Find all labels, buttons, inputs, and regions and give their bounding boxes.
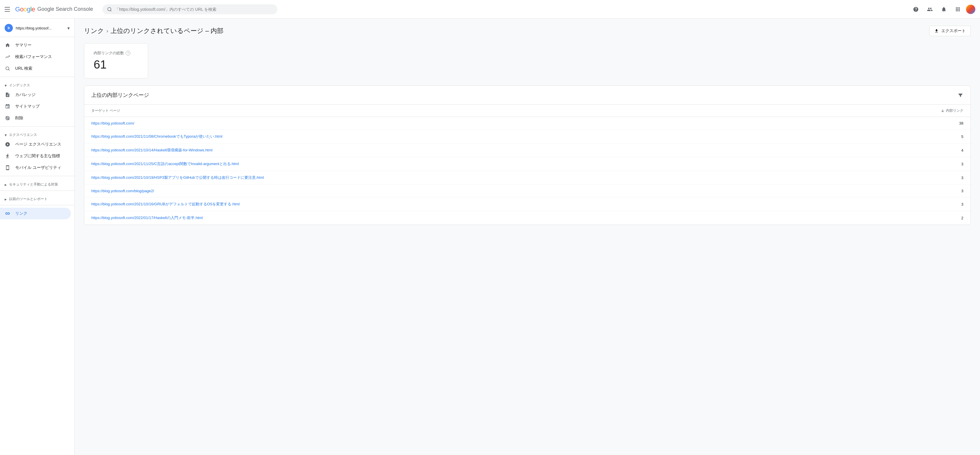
- row-count-0: 38: [837, 117, 970, 130]
- page-exp-icon: [5, 142, 11, 147]
- row-url-7[interactable]: https://blog.yotiosoft.com/2022/01/17/Ha…: [84, 211, 837, 225]
- table-title: 上位の内部リンクページ: [91, 92, 149, 99]
- removal-icon: [5, 115, 11, 121]
- svg-point-2: [6, 67, 9, 70]
- legacy-section-header[interactable]: ▸ 以前のツールとレポート: [0, 193, 75, 203]
- sidebar-item-core-vitals[interactable]: ウェブに関する主な指標: [0, 150, 71, 162]
- export-label: エクスポート: [941, 28, 966, 33]
- table-row: https://blog.yotiosoft.com/2021/10/14/Ha…: [84, 143, 970, 157]
- site-name: https://blog.yotiosof...: [16, 26, 64, 30]
- help-button[interactable]: [910, 3, 922, 15]
- row-url-4[interactable]: https://blog.yotiosoft.com/2021/10/19/HS…: [84, 171, 837, 185]
- index-section-header[interactable]: ▾ インデックス: [0, 80, 75, 89]
- sidebar-item-sitemap[interactable]: サイトマップ: [0, 100, 71, 112]
- row-url-2[interactable]: https://blog.yotiosoft.com/2021/10/14/Ha…: [84, 143, 837, 157]
- avatar[interactable]: [966, 5, 975, 14]
- breadcrumb-current: 上位のリンクされているページ – 内部: [111, 27, 223, 35]
- core-vitals-label: ウェブに関する主な指標: [15, 153, 60, 159]
- sidebar-item-search-performance[interactable]: 検索パフォーマンス: [0, 51, 71, 63]
- export-button[interactable]: エクスポート: [929, 25, 970, 36]
- row-url-0[interactable]: https://blog.yotiosoft.com/: [84, 117, 837, 130]
- search-input[interactable]: [115, 7, 273, 12]
- row-url-3[interactable]: https://blog.yotiosoft.com/2021/11/25/C言…: [84, 157, 837, 171]
- layout: b https://blog.yotiosof... ▾ サマリー 検索パフォー…: [0, 19, 980, 455]
- topbar: Google Google Search Console: [0, 0, 980, 19]
- row-url-6[interactable]: https://blog.yotiosoft.com/2021/10/16/GR…: [84, 197, 837, 211]
- google-logo: Google: [15, 6, 35, 13]
- site-selector[interactable]: b https://blog.yotiosof... ▾: [0, 21, 75, 37]
- sidebar-item-page-experience[interactable]: ページ エクスペリエンス: [0, 138, 71, 150]
- download-icon: [934, 29, 939, 33]
- links-label: リンク: [15, 211, 27, 216]
- sidebar-item-mobile[interactable]: モバイル ユーザビリティ: [0, 162, 71, 173]
- stats-card: 内部リンクの総数 ? 61: [84, 43, 148, 78]
- divider-2: [0, 126, 75, 127]
- table-row: https://blog.yotiosoft.com/blog/page2/ 3: [84, 185, 970, 197]
- legacy-section-label: 以前のツールとレポート: [9, 197, 48, 202]
- sidebar-item-links[interactable]: リンク: [0, 208, 71, 220]
- bell-icon: [941, 6, 947, 12]
- sidebar: b https://blog.yotiosof... ▾ サマリー 検索パフォー…: [0, 19, 75, 455]
- site-icon: b: [5, 24, 13, 32]
- security-section-header[interactable]: ▸ セキュリティと手動による対策: [0, 178, 75, 188]
- stats-label-text: 内部リンクの総数: [94, 51, 124, 56]
- page-header: リンク › 上位のリンクされているページ – 内部 エクスポート: [84, 25, 970, 36]
- row-count-6: 3: [837, 197, 970, 211]
- svg-line-3: [8, 69, 10, 70]
- notifications-button[interactable]: [938, 3, 950, 15]
- breadcrumb: リンク › 上位のリンクされているページ – 内部: [84, 27, 223, 35]
- search-icon: [107, 7, 112, 12]
- svg-point-0: [108, 7, 111, 11]
- table-row: https://blog.yotiosoft.com/2021/10/19/HS…: [84, 171, 970, 185]
- vitals-icon: [5, 153, 11, 159]
- trending-icon: [5, 54, 11, 60]
- logo-area[interactable]: Google Google Search Console: [15, 6, 93, 13]
- page-exp-label: ページ エクスペリエンス: [15, 142, 61, 147]
- sidebar-item-coverage[interactable]: カバレッジ: [0, 89, 71, 100]
- data-table: ターゲット ページ 内部リンク https://blog.yotiosoft.c…: [84, 105, 970, 224]
- search-perf-label: 検索パフォーマンス: [15, 54, 52, 59]
- stats-label-area: 内部リンクの総数 ?: [94, 51, 138, 56]
- dropdown-icon: ▾: [67, 25, 70, 31]
- mobile-label: モバイル ユーザビリティ: [15, 165, 61, 170]
- index-section-label: インデックス: [9, 83, 30, 88]
- row-url-5[interactable]: https://blog.yotiosoft.com/blog/page2/: [84, 185, 837, 197]
- row-url-1[interactable]: https://blog.yotiosoft.com/2021/11/08/Ch…: [84, 130, 837, 143]
- search-nav-icon: [5, 65, 11, 72]
- experience-section-label: エクスペリエンス: [9, 132, 37, 137]
- table-header-row: ターゲット ページ 内部リンク: [84, 105, 970, 117]
- filter-icon[interactable]: [958, 92, 963, 98]
- col-header-count: 内部リンク: [837, 105, 970, 117]
- legacy-chevron: ▸: [5, 197, 7, 202]
- apps-icon: [955, 6, 961, 12]
- col-header-url: ターゲット ページ: [84, 105, 837, 117]
- table-header: 上位の内部リンクページ: [84, 86, 970, 105]
- menu-icon[interactable]: [5, 6, 12, 13]
- coverage-label: カバレッジ: [15, 92, 36, 97]
- divider-3: [0, 176, 75, 176]
- sidebar-item-summary[interactable]: サマリー: [0, 40, 71, 51]
- table-row: https://blog.yotiosoft.com/2022/01/17/Ha…: [84, 211, 970, 225]
- divider-5: [0, 205, 75, 205]
- table-row: https://blog.yotiosoft.com/2021/11/25/C言…: [84, 157, 970, 171]
- table-thead: ターゲット ページ 内部リンク: [84, 105, 970, 117]
- url-inspection-label: URL 検索: [15, 66, 32, 71]
- sidebar-item-url-inspection[interactable]: URL 検索: [0, 63, 71, 75]
- breadcrumb-parent[interactable]: リンク: [84, 27, 104, 35]
- row-count-4: 3: [837, 171, 970, 185]
- info-icon[interactable]: ?: [126, 51, 130, 56]
- row-count-2: 4: [837, 143, 970, 157]
- removal-label: 削除: [15, 116, 23, 121]
- sidebar-item-removal[interactable]: 削除: [0, 112, 71, 124]
- summary-label: サマリー: [15, 43, 32, 48]
- topbar-actions: [910, 3, 975, 15]
- account-button[interactable]: [924, 3, 935, 15]
- index-chevron: ▾: [5, 83, 7, 88]
- security-section-label: セキュリティと手動による対策: [9, 182, 58, 187]
- exp-chevron: ▾: [5, 133, 7, 137]
- row-count-7: 2: [837, 211, 970, 225]
- apps-button[interactable]: [952, 3, 964, 15]
- app-title: Google Search Console: [37, 6, 93, 12]
- experience-section-header[interactable]: ▾ エクスペリエンス: [0, 129, 75, 138]
- stats-value: 61: [94, 58, 138, 71]
